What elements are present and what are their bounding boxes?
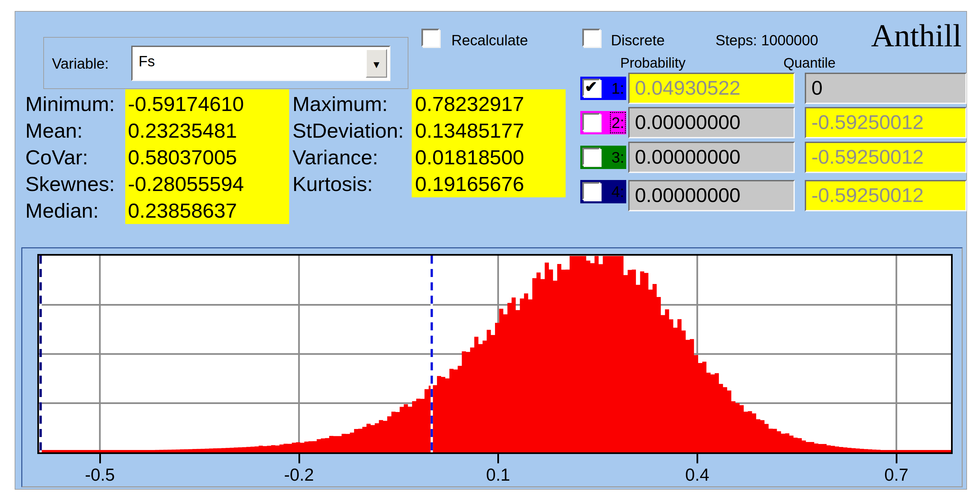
anthill-logo: Anthill bbox=[871, 18, 962, 53]
stat-label-covar: CoVar: bbox=[25, 145, 88, 169]
percentile-4-probability-field[interactable]: 0.00000000 bbox=[628, 180, 795, 211]
stat-label-skewness: Skewnes: bbox=[25, 172, 115, 196]
stat-label-mean: Mean: bbox=[25, 119, 83, 143]
percentile-4-quantile-field[interactable]: -0.59250012 bbox=[805, 180, 967, 211]
x-axis-tick bbox=[299, 454, 300, 463]
histogram-svg bbox=[39, 256, 951, 453]
percentile-2-quantile-field[interactable]: -0.59250012 bbox=[805, 107, 967, 138]
x-axis-tick bbox=[697, 454, 698, 463]
percentile-1-probability-field[interactable]: 0.04930522 bbox=[628, 73, 795, 104]
stat-value-variance: 0.01818500 bbox=[415, 145, 524, 169]
stat-value-covar: 0.58037005 bbox=[128, 145, 237, 169]
percentile-2-color-swatch: ✔ 2: bbox=[580, 111, 626, 134]
percentile-3-checkbox[interactable]: ✔ bbox=[582, 148, 600, 166]
x-axis-tick-label: -0.2 bbox=[284, 465, 314, 484]
stat-label-maximum: Maximum: bbox=[293, 92, 388, 116]
percentile-1-color-swatch: ✔ 1: bbox=[580, 76, 626, 100]
chevron-down-icon: ▼ bbox=[371, 59, 382, 70]
variable-combobox-dropdown-button[interactable]: ▼ bbox=[366, 49, 387, 78]
percentile-2-checkbox[interactable]: ✔ bbox=[582, 113, 600, 131]
percentile-3-probability-field[interactable]: 0.00000000 bbox=[628, 142, 795, 173]
screenshot-canvas: Variable: Fs ▼ Recalculate Discrete Step… bbox=[0, 0, 980, 502]
discrete-label: Discrete bbox=[611, 31, 665, 49]
x-axis-tick bbox=[497, 454, 499, 463]
variable-combobox-value: Fs bbox=[138, 53, 155, 70]
stat-label-minimum: Minimum: bbox=[25, 92, 115, 116]
percentile-4-checkbox[interactable]: ✔ bbox=[582, 182, 600, 200]
variable-combobox[interactable]: Fs ▼ bbox=[131, 46, 390, 81]
stat-label-kurtosis: Kurtosis: bbox=[293, 172, 373, 196]
recalculate-label: Recalculate bbox=[451, 31, 528, 49]
stat-value-kurtosis: 0.19165676 bbox=[415, 172, 524, 196]
steps-label: Steps: 1000000 bbox=[716, 31, 818, 49]
stat-label-median: Median: bbox=[25, 199, 99, 223]
checkmark-icon: ✔ bbox=[585, 78, 598, 96]
x-axis-tick bbox=[99, 454, 101, 463]
x-axis-tick-label: 0.4 bbox=[685, 465, 709, 484]
percentile-3-quantile-field[interactable]: -0.59250012 bbox=[805, 142, 967, 173]
x-axis-tick-label: 0.1 bbox=[486, 465, 510, 484]
percentile-1-checkbox[interactable]: ✔ bbox=[582, 79, 600, 97]
stat-value-minimum: -0.59174610 bbox=[128, 92, 244, 116]
stat-value-maximum: 0.78232917 bbox=[415, 92, 524, 116]
stat-label-variance: Variance: bbox=[293, 145, 378, 169]
stat-value-stdeviation: 0.13485177 bbox=[415, 119, 524, 143]
percentile-4-color-swatch: ✔ 4: bbox=[580, 180, 626, 203]
quantile-header: Quantile bbox=[783, 54, 835, 72]
probability-header: Probability bbox=[620, 54, 686, 72]
stat-label-stdeviation: StDeviation: bbox=[293, 119, 404, 143]
x-axis-tick-label: 0.7 bbox=[885, 465, 908, 484]
stat-value-mean: 0.23235481 bbox=[128, 119, 237, 143]
percentile-3-color-swatch: ✔ 3: bbox=[580, 146, 626, 169]
percentile-3-number: 3: bbox=[612, 148, 624, 166]
percentile-2-probability-field[interactable]: 0.00000000 bbox=[628, 107, 795, 138]
stat-value-median: 0.23858637 bbox=[128, 199, 237, 223]
histogram-plot-area bbox=[37, 254, 953, 454]
percentile-1-quantile-field[interactable]: 0 bbox=[805, 73, 967, 104]
stat-value-skewness: -0.28055594 bbox=[128, 172, 244, 196]
discrete-checkbox[interactable] bbox=[582, 29, 600, 47]
percentile-2-number: 2: bbox=[612, 114, 624, 132]
recalculate-checkbox[interactable] bbox=[422, 29, 439, 47]
percentile-1-number: 1: bbox=[612, 79, 624, 97]
variable-label: Variable: bbox=[52, 54, 108, 73]
x-axis-tick-label: -0.5 bbox=[85, 465, 115, 484]
x-axis-tick bbox=[896, 454, 897, 463]
percentile-4-number: 4: bbox=[612, 183, 624, 201]
